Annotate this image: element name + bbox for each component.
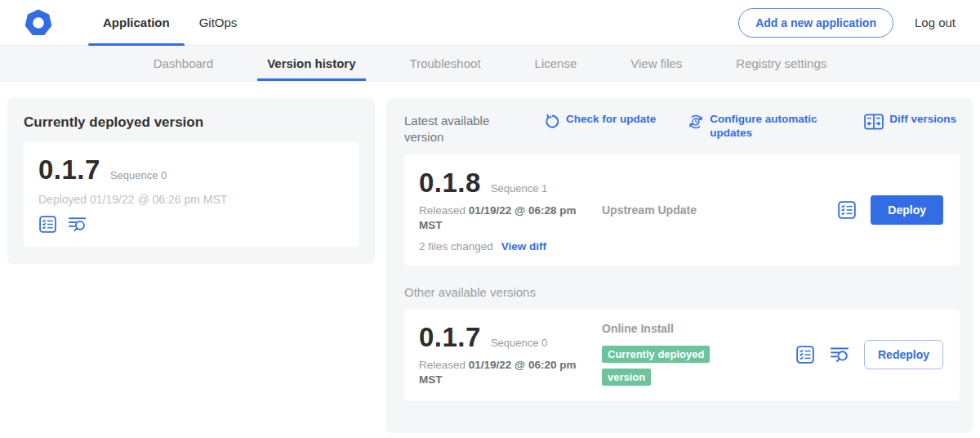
view-diff-link[interactable]: View diff: [501, 240, 546, 253]
released-label: Released: [419, 204, 466, 217]
navbar-tabs: Application GitOps: [88, 0, 252, 45]
diff-icon: [864, 114, 884, 130]
version-info: 0.1.7 Sequence 0 Released 01/19/22 @ 06:…: [419, 322, 597, 387]
version-source: Online Install Currently deployed versio…: [597, 321, 795, 388]
version-config-checklist-icon[interactable]: [795, 345, 815, 364]
add-new-application-button[interactable]: Add a new application: [738, 8, 893, 38]
sequence-label: Sequence 1: [491, 182, 547, 194]
deployed-panel-title: Currently deployed version: [24, 114, 359, 131]
other-available-versions-title: Other available versions: [404, 285, 960, 299]
navbar-tab-label: GitOps: [199, 16, 238, 29]
kots-logo-icon: [24, 9, 52, 37]
version-actions: Redeploy: [795, 340, 945, 369]
configure-automatic-updates-button[interactable]: Configure automatic updates: [688, 113, 832, 141]
released-label: Released: [419, 359, 466, 371]
tab-license[interactable]: License: [519, 46, 594, 81]
files-changed-line: 2 files changedView diff: [419, 240, 597, 253]
version-actions: Deploy: [837, 195, 945, 225]
deployed-version-card: 0.1.7 Sequence 0 Deployed 01/19/22 @ 06:…: [24, 142, 359, 247]
deploy-button[interactable]: Deploy: [871, 195, 943, 225]
version-source: Upstream Update: [597, 203, 837, 217]
configure-automatic-updates-label: Configure automatic updates: [710, 113, 832, 141]
available-versions-panel: Latest available version Check for updat…: [386, 98, 973, 433]
available-panel-header: Latest available version Check for updat…: [404, 113, 960, 145]
version-config-checklist-icon[interactable]: [837, 200, 857, 220]
tab-label: Troubleshoot: [410, 56, 481, 70]
navbar-tab-application[interactable]: Application: [88, 0, 185, 45]
top-navbar: Application GitOps Add a new application…: [0, 0, 980, 46]
deployed-badge-wrap: Currently deployed version: [602, 342, 731, 388]
navbar-right: Add a new application Log out: [738, 0, 956, 45]
tab-label: Dashboard: [154, 56, 213, 70]
diff-versions-button[interactable]: Diff versions: [864, 113, 956, 130]
tab-version-history[interactable]: Version history: [251, 46, 372, 81]
auto-update-clock-icon: [688, 114, 704, 130]
currently-deployed-badge: Currently deployed version: [602, 346, 710, 386]
tab-label: View files: [630, 56, 682, 70]
released-line: Released 01/19/22 @ 06:28 pm MST: [419, 203, 597, 233]
tab-label: License: [535, 56, 577, 70]
version-number: 0.1.7: [419, 322, 481, 353]
deployed-date-text: Deployed 01/19/22 @ 06:26 pm MST: [38, 193, 344, 206]
logout-link[interactable]: Log out: [915, 16, 956, 29]
tab-label: Registry settings: [736, 56, 826, 70]
tab-label: Version history: [267, 56, 355, 70]
app-logo[interactable]: [24, 0, 52, 45]
app-subnav: Dashboard Version history Troubleshoot L…: [0, 46, 980, 82]
latest-available-title: Latest available version: [404, 113, 512, 145]
check-for-update-button[interactable]: Check for update: [544, 113, 656, 130]
released-line: Released 01/19/22 @ 06:20 pm MST: [419, 358, 597, 387]
tab-troubleshoot[interactable]: Troubleshoot: [394, 46, 497, 81]
redeploy-button[interactable]: Redeploy: [864, 340, 943, 369]
deployed-sequence-label: Sequence 0: [110, 169, 167, 181]
sequence-label: Sequence 0: [491, 337, 547, 349]
version-number: 0.1.8: [419, 168, 481, 199]
view-logs-icon[interactable]: [829, 345, 850, 364]
diff-versions-label: Diff versions: [889, 113, 956, 127]
files-changed-text: 2 files changed: [419, 240, 493, 253]
tab-registry-settings[interactable]: Registry settings: [719, 46, 843, 81]
deployed-version-number: 0.1.7: [38, 154, 100, 185]
version-card-0-1-7: 0.1.7 Sequence 0 Released 01/19/22 @ 06:…: [404, 309, 960, 400]
source-label: Online Install: [602, 322, 674, 335]
source-label: Upstream Update: [602, 203, 697, 217]
deployed-card-icons: [38, 215, 344, 234]
version-info: 0.1.8 Sequence 1 Released 01/19/22 @ 06:…: [419, 168, 597, 253]
version-card-0-1-8: 0.1.8 Sequence 1 Released 01/19/22 @ 06:…: [404, 154, 960, 266]
navbar-tab-gitops[interactable]: GitOps: [185, 0, 252, 45]
deployed-version-row: 0.1.7 Sequence 0: [38, 154, 344, 185]
navbar-tab-label: Application: [103, 16, 170, 29]
check-for-update-label: Check for update: [566, 113, 656, 127]
main-content: Currently deployed version 0.1.7 Sequenc…: [0, 82, 980, 433]
refresh-icon: [544, 114, 560, 130]
tab-dashboard[interactable]: Dashboard: [137, 46, 229, 81]
version-config-checklist-icon[interactable]: [38, 215, 57, 234]
tab-view-files[interactable]: View files: [614, 46, 698, 81]
currently-deployed-panel: Currently deployed version 0.1.7 Sequenc…: [7, 98, 375, 264]
view-logs-icon[interactable]: [67, 215, 87, 234]
